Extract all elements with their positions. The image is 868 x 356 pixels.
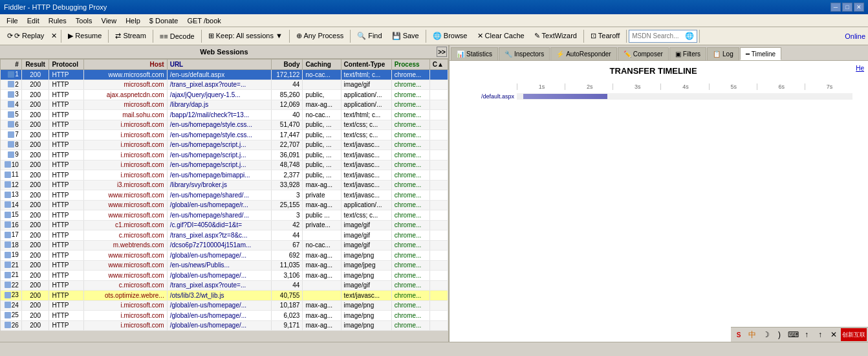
col-header-num[interactable]: # (1, 60, 22, 70)
table-row[interactable]: 21 200 HTTP www.microsoft.com /en-us/new… (1, 260, 448, 271)
col-header-protocol[interactable]: Protocol (49, 60, 83, 70)
timeline-help-link[interactable]: He (854, 63, 865, 73)
menu-donate[interactable]: $ Donate (146, 16, 182, 25)
keep-button[interactable]: ⊞ Keep: All sessions ▼ (204, 30, 287, 42)
stream-button[interactable]: ⇄ Stream (111, 30, 151, 42)
cell-num: 14 (1, 200, 22, 210)
up-arrow-2-icon[interactable]: ↑ (814, 328, 827, 341)
tab-inspectors[interactable]: 🔧 Inspectors (499, 47, 550, 60)
table-row[interactable]: 4 200 HTTP microsoft.com /library/dap.js… (1, 100, 448, 110)
cell-url: /global/en-us/homepage/... (167, 300, 271, 311)
cell-result: 200 (21, 90, 49, 100)
sessions-table[interactable]: # Result Protocol Host URL Body Caching … (0, 59, 448, 342)
moon-icon[interactable]: ☽ (759, 328, 772, 341)
table-row[interactable]: 17 200 HTTP c.microsoft.com /trans_pixel… (1, 230, 448, 241)
table-row[interactable]: 24 200 HTTP i.microsoft.com /global/en-u… (1, 300, 448, 311)
table-row[interactable]: 22 200 HTTP c.microsoft.com /trans_pixel… (1, 280, 448, 291)
x-icon[interactable]: ✕ (827, 328, 840, 341)
cell-result: 200 (21, 160, 49, 170)
cell-result: 200 (21, 291, 49, 301)
cell-caching: max-ag... (303, 311, 341, 321)
table-row[interactable]: 25 200 HTTP i.microsoft.com /global/en-u… (1, 311, 448, 321)
col-header-host[interactable]: Host (83, 60, 167, 70)
menu-help[interactable]: Help (122, 16, 144, 25)
table-row[interactable]: 11 200 HTTP i.microsoft.com /en-us/homep… (1, 170, 448, 181)
menu-tools[interactable]: Tools (72, 16, 96, 25)
table-row[interactable]: 8 200 HTTP i.microsoft.com /en-us/homepa… (1, 140, 448, 150)
tab-autoresponder[interactable]: ⚡ AutoResponder (550, 47, 617, 60)
close-button[interactable]: ✕ (854, 3, 864, 12)
clear-cache-button[interactable]: ✕ Clear Cache (473, 30, 529, 42)
tearoff-button[interactable]: ⊡ Tearoff (586, 30, 624, 42)
window-controls[interactable]: ─ □ ✕ (830, 3, 864, 12)
tab-filters[interactable]: ▣ Filters (669, 47, 706, 60)
table-row[interactable]: 10 200 HTTP i.microsoft.com /en-us/homep… (1, 160, 448, 170)
cell-content-type: text/html; c... (341, 70, 391, 80)
keyboard-icon[interactable]: ⌨ (787, 328, 799, 341)
table-row[interactable]: 15 200 HTTP www.microsoft.com /en-us/hom… (1, 210, 448, 221)
menu-get-book[interactable]: GET /book (183, 16, 224, 25)
table-row[interactable]: 12 200 HTTP i3.microsoft.com /library/sv… (1, 180, 448, 190)
replay-button[interactable]: ⟳ ⟳ Replay (3, 30, 49, 42)
tab-statistics[interactable]: 📊 Statistics (451, 47, 498, 60)
cell-body: 3,106 (271, 271, 303, 281)
table-row[interactable]: 18 200 HTTP m.webtrends.com /dcso6p7z710… (1, 240, 448, 250)
col-header-caching[interactable]: Caching (303, 60, 341, 70)
online-button[interactable]: Online (845, 32, 865, 40)
paren-icon[interactable]: ) (773, 328, 786, 341)
table-row[interactable]: 2 200 HTTP microsoft.com /trans_pixel.as… (1, 80, 448, 90)
cell-num: 18 (1, 240, 22, 250)
menu-rules[interactable]: Rules (45, 16, 71, 25)
up-arrow-1-icon[interactable]: ↑ (800, 328, 813, 341)
chinese-icon[interactable]: 中 (746, 328, 759, 341)
text-wizard-button[interactable]: ✎ TextWizard (530, 30, 581, 42)
cell-c (429, 311, 448, 321)
table-row[interactable]: 1 200 HTTP www.microsoft.com /en-us/defa… (1, 70, 448, 80)
table-row[interactable]: 6 200 HTTP i.microsoft.com /en-us/homepa… (1, 120, 448, 130)
save-button[interactable]: 💾 Save (387, 30, 424, 42)
col-header-url[interactable]: URL (167, 60, 271, 70)
tab-timeline[interactable]: ━ Timeline (740, 47, 781, 60)
table-row[interactable]: 14 200 HTTP www.microsoft.com /global/en… (1, 200, 448, 210)
any-process-button[interactable]: ⊕ Any Process (292, 30, 348, 42)
col-header-c[interactable]: C▲ (429, 60, 448, 70)
decode-button[interactable]: ≡≡ Decode (155, 30, 199, 42)
table-row[interactable]: 16 200 HTTP c1.microsoft.com /c.gif?DI=4… (1, 220, 448, 230)
cell-protocol: HTTP (49, 291, 83, 301)
replay-x-button[interactable]: ✕ (49, 30, 59, 42)
table-row[interactable]: 23 200 HTTP ots.optimize.webre... /ots/l… (1, 291, 448, 301)
table-row[interactable]: 3 200 HTTP ajax.aspnetcdn.com /ajax/jQue… (1, 90, 448, 100)
toolbar-sep-3 (153, 30, 153, 43)
table-row[interactable]: 19 200 HTTP www.microsoft.com /global/en… (1, 250, 448, 261)
table-row[interactable]: 21 200 HTTP www.microsoft.com /global/en… (1, 271, 448, 281)
table-row[interactable]: 7 200 HTTP i.microsoft.com /en-us/homepa… (1, 130, 448, 140)
cell-body: 9,171 (271, 320, 303, 331)
tab-log[interactable]: 📋 Log (707, 47, 739, 60)
cell-process: chrome... (391, 220, 429, 230)
resume-button[interactable]: ▶ Resume (63, 30, 106, 42)
col-header-body[interactable]: Body (271, 60, 303, 70)
menu-edit[interactable]: Edit (23, 16, 43, 25)
minimize-button[interactable]: ─ (830, 3, 841, 12)
cell-num: 21 (1, 271, 22, 281)
table-row[interactable]: 9 200 HTTP i.microsoft.com /en-us/homepa… (1, 150, 448, 161)
collapse-button[interactable]: >> (437, 47, 447, 57)
cell-result: 200 (21, 250, 49, 261)
col-header-result[interactable]: Result (21, 60, 49, 70)
menu-view[interactable]: View (98, 16, 121, 25)
find-button[interactable]: 🔍 Find (353, 30, 386, 42)
col-header-process[interactable]: Process (391, 60, 429, 70)
msdn-search-box[interactable]: 🌐 (629, 30, 697, 43)
table-row[interactable]: 5 200 HTTP mail.sohu.com /bapp/12/mail/c… (1, 110, 448, 120)
menu-file[interactable]: File (3, 16, 22, 25)
table-row[interactable]: 26 200 HTTP i.microsoft.com /global/en-u… (1, 320, 448, 331)
cell-content-type: image/png (341, 311, 391, 321)
table-row[interactable]: 13 200 HTTP www.microsoft.com /en-us/hom… (1, 190, 448, 201)
maximize-button[interactable]: □ (842, 3, 852, 12)
col-header-content-type[interactable]: Content-Type (341, 60, 391, 70)
msdn-search-input[interactable] (632, 32, 684, 39)
sohu-icon[interactable]: S (732, 328, 745, 341)
tab-composer[interactable]: ✏️ Composer (618, 47, 669, 60)
browse-button[interactable]: 🌐 Browse (428, 30, 472, 42)
cell-host: www.microsoft.com (83, 271, 167, 281)
